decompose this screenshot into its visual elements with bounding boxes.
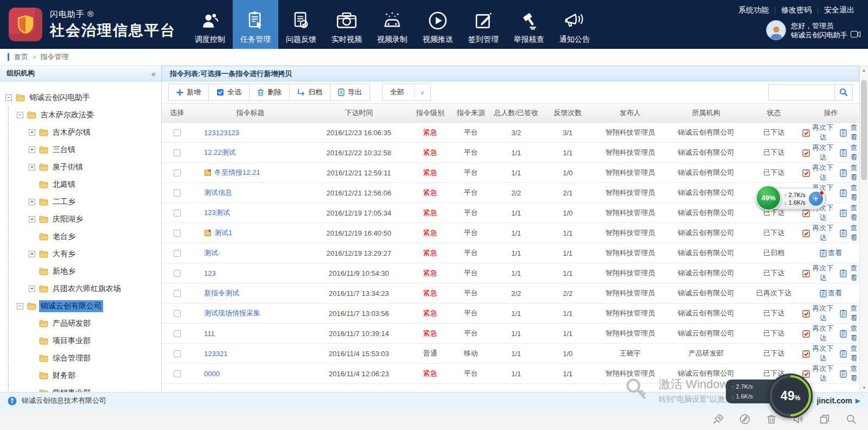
view-link[interactable]: 查看 (840, 324, 859, 343)
nav-item-megaphone[interactable]: 通知公告 (552, 0, 597, 49)
delete-button[interactable]: 删除 (249, 84, 289, 101)
plus-expander-icon[interactable]: + (29, 199, 35, 205)
scroll-up-arrow[interactable]: ▲ (860, 66, 868, 74)
plus-expander-icon[interactable]: + (29, 129, 35, 136)
redispatch-link[interactable]: 再次下达 (802, 223, 834, 243)
view-link[interactable]: 查看 (840, 183, 859, 203)
tree-node-label[interactable]: 新地乡 (51, 265, 77, 277)
tree-node-label[interactable]: 锦诚云创有限公司 (39, 300, 103, 312)
view-link[interactable]: 查看 (840, 123, 859, 142)
plus-expander-icon[interactable]: + (29, 147, 35, 153)
scrollbar-thumb[interactable] (861, 80, 867, 180)
top-link[interactable]: 系统功能 (732, 5, 775, 15)
vertical-scrollbar[interactable]: ▲ ▼ (859, 66, 868, 392)
command-title-link[interactable]: 123 (204, 269, 216, 277)
command-title-link[interactable]: 123321 (204, 350, 227, 358)
row-checkbox[interactable] (174, 210, 181, 217)
nav-item-doc-check[interactable]: 问题反馈 (278, 0, 324, 49)
minus-expander-icon[interactable]: − (5, 94, 12, 101)
nav-item-car[interactable]: 视频录制 (369, 0, 415, 49)
footer-expand-icon[interactable]: ▶ (856, 397, 860, 404)
tree-node-label[interactable]: 吉木萨尔镇 (51, 127, 92, 138)
footer-domain[interactable]: jincit.com (816, 396, 852, 405)
command-title-link[interactable]: 测试现场情报采集 (204, 308, 260, 318)
redispatch-link[interactable]: 再次下达 (802, 303, 834, 323)
tree-node-label[interactable]: 综合管理部 (51, 352, 92, 364)
view-link[interactable]: 查看 (820, 288, 842, 298)
sidebar-collapse-icon[interactable]: « (151, 69, 156, 78)
row-checkbox[interactable] (174, 189, 181, 197)
tree-node-label[interactable]: 兵团农六师红旗农场 (51, 283, 123, 295)
net-widget-add-button[interactable]: + (809, 192, 823, 206)
row-checkbox[interactable] (174, 290, 181, 297)
command-title-link[interactable]: 测试1 (214, 228, 232, 238)
view-link[interactable]: 查看 (840, 163, 859, 182)
nav-item-people[interactable]: 调度控制 (187, 0, 233, 49)
command-title-link[interactable]: 12.22测试 (204, 148, 236, 157)
view-link[interactable]: 查看 (840, 143, 859, 162)
rocket-icon[interactable] (712, 413, 724, 427)
nav-item-edit-square[interactable]: 签到管理 (461, 0, 506, 49)
annotate-icon[interactable] (739, 413, 751, 427)
tree-node-label[interactable]: 庆阳湖乡 (51, 213, 85, 225)
status-filter-dropdown[interactable]: 全部 ∨ (382, 84, 431, 101)
command-title-link[interactable]: 111 (204, 330, 215, 338)
top-link[interactable]: 修改密码 (775, 5, 818, 15)
minus-expander-icon[interactable]: − (17, 303, 23, 309)
minus-expander-icon[interactable]: − (17, 112, 23, 118)
search-button[interactable] (834, 84, 853, 100)
row-checkbox[interactable] (174, 350, 181, 357)
row-checkbox[interactable] (174, 270, 181, 277)
tree-node-label[interactable]: 北庭镇 (51, 179, 77, 191)
plus-expander-icon[interactable]: + (29, 216, 35, 223)
top-link[interactable]: 安全退出 (818, 5, 860, 15)
command-title-link[interactable]: 新指令测试 (204, 288, 239, 298)
row-checkbox[interactable] (174, 129, 181, 136)
view-link[interactable]: 查看 (840, 263, 859, 283)
select-all-button[interactable]: 全选 (208, 84, 249, 101)
row-checkbox[interactable] (174, 250, 181, 257)
tree-node-label[interactable]: 财务部 (51, 370, 77, 382)
row-checkbox[interactable] (174, 230, 181, 237)
redispatch-link[interactable]: 再次下达 (802, 344, 834, 363)
nav-item-play-circle[interactable]: 视频推送 (415, 0, 461, 49)
export-button[interactable]: 导出 (330, 84, 370, 101)
net-speed-widget[interactable]: 49% ↑ 2.7K/s ↓ 1.6K/s + (757, 188, 826, 210)
view-link[interactable]: 查看 (840, 203, 859, 223)
nav-item-clipboard-hand[interactable]: 任务管理 (233, 0, 278, 49)
command-title-link[interactable]: 测试信息 (204, 188, 232, 198)
redispatch-link[interactable]: 再次下达 (802, 163, 834, 182)
tree-node-label[interactable]: 三台镇 (51, 144, 77, 156)
scroll-down-arrow[interactable]: ▼ (860, 383, 868, 392)
redispatch-link[interactable]: 再次下达 (802, 123, 834, 142)
row-checkbox[interactable] (174, 169, 181, 176)
archive-button[interactable]: 归档 (289, 84, 330, 101)
command-title-link[interactable]: 0000 (204, 370, 220, 378)
restore-window-icon[interactable] (819, 413, 831, 427)
tree-node-label[interactable]: 泉子街镇 (51, 161, 85, 173)
view-link[interactable]: 查看 (840, 223, 859, 243)
row-checkbox[interactable] (174, 370, 181, 377)
redispatch-link[interactable]: 再次下达 (802, 324, 834, 343)
nav-item-camera[interactable]: 实时视频 (324, 0, 369, 49)
memory-usage-circle[interactable]: 49% (768, 374, 813, 418)
view-link[interactable]: 查看 (840, 344, 859, 363)
plus-expander-icon[interactable]: + (29, 251, 35, 257)
tree-node-label[interactable]: 吉木萨尔政法委 (39, 109, 95, 121)
search-input[interactable] (768, 84, 834, 100)
nav-item-gavel[interactable]: 举报核查 (506, 0, 552, 49)
tree-node-label[interactable]: 老台乡 (51, 231, 77, 243)
row-checkbox[interactable] (174, 149, 181, 156)
command-title-link[interactable]: 冬至情报12.21 (214, 168, 260, 178)
add-button[interactable]: 新增 (168, 84, 208, 101)
breadcrumb-home[interactable]: 首页 (14, 52, 28, 62)
command-title-link[interactable]: 测试· (204, 248, 220, 258)
tree-node-label[interactable]: 产品研发部 (51, 318, 92, 330)
row-checkbox[interactable] (174, 330, 181, 337)
video-camera-icon[interactable] (851, 30, 860, 40)
redispatch-link[interactable]: 再次下达 (802, 263, 834, 283)
tree-node-label[interactable]: 项目事业部 (51, 335, 92, 347)
tree-node-label[interactable]: 锦诚云创闪电助手 (28, 92, 92, 104)
tree-node-label[interactable]: 大有乡 (51, 248, 77, 260)
view-link[interactable]: 查看 (840, 364, 859, 383)
